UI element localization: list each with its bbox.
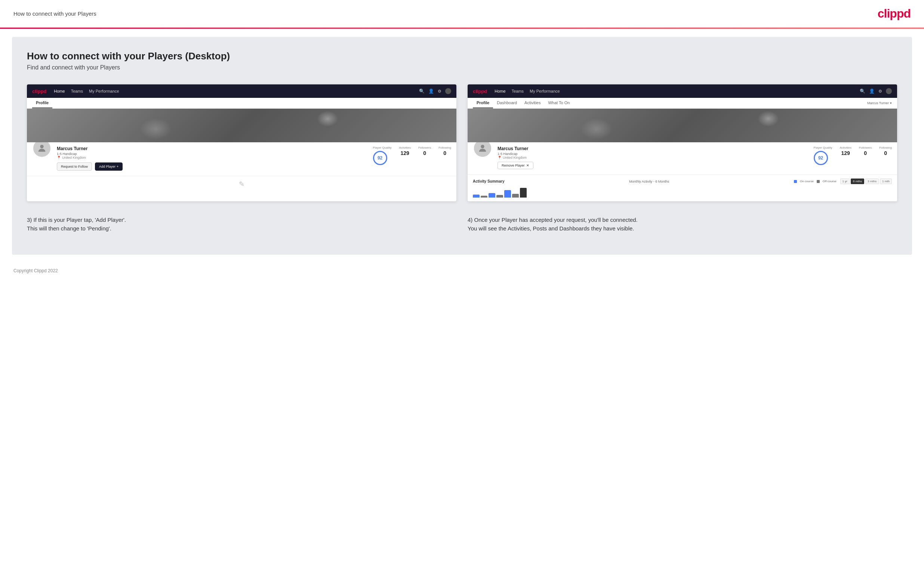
right-tab-dashboard[interactable]: Dashboard — [493, 98, 521, 108]
description-left-text: 3) If this is your Player tap, 'Add Play… — [27, 216, 456, 233]
left-nav-logo: clippd — [32, 89, 46, 94]
right-player-details: Marcus Turner 1-5 Handicap 📍 United King… — [498, 146, 809, 169]
left-bottom-area: ✎ — [27, 176, 456, 192]
activity-summary: Activity Summary Monthly Activity - 6 Mo… — [468, 174, 897, 201]
logo: clippd — [878, 7, 911, 21]
page-breadcrumb: How to connect with your Players — [13, 10, 97, 17]
on-course-legend-dot — [794, 180, 797, 183]
right-location-icon: 📍 — [498, 156, 502, 160]
right-tabs-left: Profile Dashboard Activities What To On — [473, 98, 573, 108]
left-stats: Player Quality 92 Activities 129 Followe… — [373, 146, 451, 165]
description-right: 4) Once your Player has accepted your re… — [468, 213, 897, 236]
main-content: How to connect with your Players (Deskto… — [12, 37, 912, 255]
time-btn-3mths[interactable]: 3 mths — [865, 179, 879, 184]
left-tab-profile[interactable]: Profile — [32, 98, 52, 108]
time-btn-1mth[interactable]: 1 mth — [880, 179, 892, 184]
left-following-stat: Following 0 — [438, 146, 451, 156]
left-player-name: Marcus Turner — [57, 146, 368, 151]
left-followers-label: Followers — [418, 146, 431, 149]
right-nav-home[interactable]: Home — [494, 89, 506, 93]
right-activities-value: 129 — [840, 150, 851, 156]
close-icon: ✕ — [526, 164, 529, 167]
right-search-icon[interactable]: 🔍 — [860, 89, 865, 94]
activity-header: Activity Summary Monthly Activity - 6 Mo… — [473, 179, 892, 184]
time-btn-1yr[interactable]: 1 yr — [840, 179, 850, 184]
right-nav-logo: clippd — [473, 89, 487, 94]
remove-player-button[interactable]: Remove Player ✕ — [498, 162, 533, 169]
right-tab-activities[interactable]: Activities — [521, 98, 544, 108]
left-activities-label: Activities — [399, 146, 411, 149]
right-activities-stat: Activities 129 — [840, 146, 851, 156]
activity-controls: On course Off course 1 yr 6 mths 3 mths … — [794, 179, 892, 184]
right-settings-icon[interactable]: ⚙ — [879, 89, 882, 94]
right-user-icon[interactable]: 👤 — [869, 89, 875, 94]
search-icon[interactable]: 🔍 — [419, 89, 425, 94]
right-activities-label: Activities — [840, 146, 851, 149]
left-player-location: 📍 United Kingdom — [57, 156, 368, 160]
left-activities-value: 129 — [399, 150, 411, 156]
chart-bar-7 — [520, 188, 527, 198]
left-quality-label: Player Quality — [373, 146, 392, 149]
request-to-follow-button[interactable]: Request to Follow — [57, 163, 92, 171]
on-course-label: On course — [800, 180, 814, 183]
left-player-handicap: 1-5 Handicap — [57, 152, 368, 156]
top-bar: How to connect with your Players clippd — [0, 0, 924, 28]
left-player-details: Marcus Turner 1-5 Handicap 📍 United King… — [57, 146, 368, 171]
descriptions-row: 3) If this is your Player tap, 'Add Play… — [27, 213, 897, 236]
chart-bar-4 — [496, 195, 503, 198]
right-quality-circle: 92 — [814, 151, 828, 165]
right-quality-stat: Player Quality 92 — [814, 146, 832, 165]
right-tab-profile[interactable]: Profile — [473, 98, 493, 108]
description-left: 3) If this is your Player tap, 'Add Play… — [27, 213, 456, 236]
chart-bar-3 — [489, 193, 495, 198]
right-player-selector[interactable]: Marcus Turner ▾ — [867, 101, 892, 105]
page-footer: Copyright Clippd 2022 — [0, 264, 924, 279]
left-buttons: Request to Follow Add Player + — [57, 163, 368, 171]
right-quality-label: Player Quality — [814, 146, 832, 149]
right-nav-icons: 🔍 👤 ⚙ — [860, 88, 892, 94]
right-player-location: 📍 United Kingdom — [498, 156, 809, 160]
off-course-label: Off course — [823, 180, 837, 183]
left-followers-value: 0 — [418, 150, 431, 156]
person-icon — [37, 143, 47, 153]
left-nav-teams[interactable]: Teams — [71, 89, 83, 93]
copyright-text: Copyright Clippd 2022 — [13, 268, 58, 273]
svg-point-0 — [40, 145, 44, 148]
avatar-icon[interactable] — [445, 88, 451, 94]
left-profile-info: Marcus Turner 1-5 Handicap 📍 United King… — [27, 142, 456, 176]
activity-legend: On course Off course — [794, 180, 837, 183]
left-nav-icons: 🔍 👤 ⚙ — [419, 88, 451, 94]
settings-icon[interactable]: ⚙ — [438, 89, 441, 94]
right-following-label: Following — [879, 146, 892, 149]
right-avatar-icon[interactable] — [886, 88, 892, 94]
right-following-stat: Following 0 — [879, 146, 892, 156]
chart-bar-5 — [504, 190, 511, 198]
left-banner-overlay — [27, 109, 456, 142]
chart-bar-2 — [481, 196, 488, 198]
activity-period: Monthly Activity - 6 Months — [629, 180, 669, 184]
page-subtitle: Find and connect with your Players — [27, 64, 897, 71]
pencil-icon: ✎ — [239, 180, 244, 188]
plus-icon: + — [116, 165, 118, 168]
right-nav-performance[interactable]: My Performance — [530, 89, 560, 93]
right-followers-stat: Followers 0 — [859, 146, 872, 156]
right-player-handicap: 1-5 Handicap — [498, 152, 809, 156]
screenshot-left: clippd Home Teams My Performance 🔍 👤 ⚙ P… — [27, 84, 456, 201]
description-right-text: 4) Once your Player has accepted your re… — [468, 216, 897, 233]
left-nav-performance[interactable]: My Performance — [89, 89, 119, 93]
chart-bar-1 — [473, 195, 480, 198]
right-banner-overlay — [468, 109, 897, 142]
right-nav-teams[interactable]: Teams — [512, 89, 524, 93]
chart-bar-6 — [512, 194, 519, 198]
left-nav-home[interactable]: Home — [54, 89, 65, 93]
add-player-button[interactable]: Add Player + — [95, 163, 123, 171]
left-following-value: 0 — [438, 150, 451, 156]
time-btn-6mths[interactable]: 6 mths — [851, 179, 864, 184]
time-buttons: 1 yr 6 mths 3 mths 1 mth — [840, 179, 892, 184]
right-nav: clippd Home Teams My Performance 🔍 👤 ⚙ — [468, 84, 897, 98]
left-banner — [27, 109, 456, 142]
activity-title: Activity Summary — [473, 179, 504, 184]
right-tab-what-to-on[interactable]: What To On — [544, 98, 573, 108]
left-quality-circle: 92 — [373, 151, 387, 165]
user-icon[interactable]: 👤 — [428, 89, 434, 94]
